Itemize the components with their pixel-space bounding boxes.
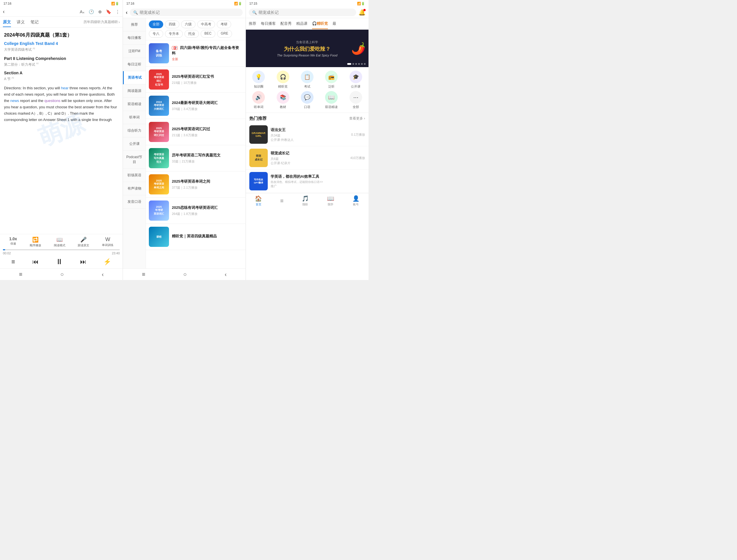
bookmark-icon[interactable]: 🔖 (106, 9, 111, 14)
sidebar-item-audiobook[interactable]: 有声读物 (123, 182, 146, 195)
list-item-5[interactable]: 2025考研英语单词之间 2025考研英语单词之间 377篇｜2.1万播放 (146, 171, 246, 198)
search-input-2[interactable] (140, 10, 239, 15)
filter-all[interactable]: 全部 (149, 20, 163, 28)
filter-toeic[interactable]: 托业 (185, 30, 199, 38)
back-nav-icon-2[interactable]: ‹ (225, 271, 227, 278)
sidebar-item-reading[interactable]: 阅读题源 (123, 84, 146, 98)
circle-nav-icon-2[interactable]: ○ (183, 271, 187, 278)
list-item-4[interactable]: 考研英语写作真题范文 历年考研英语二写作真题范文 33篇｜21万播放 (146, 145, 246, 171)
sidebar-item-pronunciation[interactable]: 发音口语 (123, 195, 146, 209)
filter-transfer[interactable]: 专升本 (165, 30, 183, 38)
icon-item-textbook[interactable]: 📚 教材 (272, 91, 294, 109)
progress-times: 00:02 23:40 (3, 251, 120, 255)
icon-item-exam[interactable]: 📋 考试 (296, 71, 318, 89)
filter-gre[interactable]: GRE (217, 30, 232, 38)
list-item-7[interactable]: 课程 精听党｜英语四级真题精品 (146, 224, 246, 250)
breadcrumb-link[interactable]: 历年四级听力真题精听 › (84, 20, 120, 24)
tab-home-podcast[interactable]: 每日播客 (261, 19, 276, 29)
back-nav-icon-1[interactable]: ‹ (102, 271, 104, 278)
study-label: 我学 (328, 203, 334, 207)
list-item-0[interactable]: 备考训练 🎯 四六级/考研/雅托/专四八超全备考资料 全新 (146, 40, 246, 67)
banner-title: 为什么我们爱吃辣？ (277, 46, 338, 52)
tab-home-course[interactable]: 精品课 (296, 19, 308, 29)
tab-home-more[interactable]: 最 (333, 19, 336, 29)
hot-info-1: 萌宠成长记 共6篇 公开课·纪录片 (271, 151, 348, 165)
speed-button[interactable]: 1.0x 倍速 (9, 237, 17, 247)
bottom-nav-study[interactable]: 📖 我学 (327, 195, 334, 207)
tab-biji[interactable]: 笔记 (31, 17, 39, 27)
list-item-3[interactable]: 2025考研英语词汇闪过 2025考研英语词汇闪过 211篇｜3.6万播放 (146, 119, 246, 145)
filter-8[interactable]: 专八 (149, 30, 163, 38)
search-bar-2[interactable]: 🔍 (130, 9, 243, 16)
hot-item-0[interactable]: GRAMMARGIRL 语法女王 共34篇 公开课·外教达人 0.1万播放 (246, 123, 368, 146)
back-button-2[interactable]: ‹ (126, 10, 128, 16)
bottom-nav-menu[interactable]: ≡ (280, 198, 284, 204)
filter-research[interactable]: 考研 (217, 20, 231, 28)
more-icon[interactable]: ⋮ (115, 9, 120, 14)
icon-item-knowledge[interactable]: 💡 知识圈 (248, 71, 270, 89)
search-bar-3[interactable]: 🔍 (249, 9, 356, 16)
home-nav-icon-2[interactable]: ≡ (142, 271, 145, 278)
sidebar-item-meiriboke[interactable]: 每日播客 (123, 31, 146, 45)
hot-item-1[interactable]: 萌宠成长记 萌宠成长记 共6篇 公开课·纪录片 410万播放 (246, 146, 368, 170)
sidebar-item-workplace[interactable]: 职场英语 (123, 169, 146, 182)
back-button-1[interactable]: ‹ (3, 9, 5, 15)
icon-item-bilingual[interactable]: 📖 双语精读 (321, 91, 342, 109)
playlist-button[interactable]: ≡ (12, 258, 15, 266)
bottom-nav-home[interactable]: 🏠 首页 (255, 195, 262, 207)
icon-item-opencourse[interactable]: 🎓 公开课 (345, 71, 367, 89)
sidebar-item-fanfm[interactable]: 泛听FM (123, 45, 146, 58)
home-banner[interactable]: 当食语遇上科学 为什么我们爱吃辣？ The Surprising Reason … (246, 30, 368, 67)
add-icon[interactable]: ⊕ (98, 9, 102, 14)
bottom-nav-listen[interactable]: 🎵 我听 (302, 195, 309, 207)
tab-yuanwen[interactable]: 原文 (3, 17, 11, 27)
sidebar-item-opencourse[interactable]: 公开课 (123, 137, 146, 151)
list-item-6[interactable]: 2025年考研英语词汇 2025恋练有词考研英语词汇 264篇｜1.8万播放 (146, 198, 246, 224)
prev-button[interactable]: ⏮ (32, 258, 39, 266)
notification-bell[interactable]: 🔔 (359, 9, 366, 16)
tab-home-tuijian[interactable]: 推荐 (249, 19, 256, 29)
icon-item-all[interactable]: ⋯ 全部 (345, 91, 367, 109)
filter-4[interactable]: 四级 (165, 20, 179, 28)
home-nav-icon-1[interactable]: ≡ (19, 271, 22, 278)
word-train-button[interactable]: W 单词训练 (102, 237, 113, 247)
play-button[interactable]: ⏸ (56, 257, 63, 266)
tab-home-jingting[interactable]: 🎧精听党 (312, 19, 328, 29)
filter-mid[interactable]: 中高考 (197, 20, 215, 28)
next-button[interactable]: ⏭ (80, 258, 86, 266)
sidebar-item-words[interactable]: 听单词 (123, 111, 146, 124)
item-meta-1: 219篇｜10万播放 (172, 81, 243, 85)
follow-read-button[interactable]: 🎤 跟读原文 (78, 237, 89, 247)
loop-button[interactable]: 🔁 顺序播放 (30, 237, 41, 247)
circle-nav-icon-1[interactable]: ○ (60, 271, 64, 278)
search-input-3[interactable] (259, 10, 353, 15)
hot-item-2[interactable]: 写作批改GPT翻译 学英语，都在用的AI效率工具 批改润色、模拟考试，还能陪你练… (246, 170, 368, 193)
sidebar-item-tuijian[interactable]: 推荐 (123, 18, 146, 31)
hot-episodes-1: 共6篇 (271, 157, 348, 161)
sidebar-item-comprehensive[interactable]: 综合听力 (123, 124, 146, 137)
tab-home-dubbing[interactable]: 配音秀 (281, 19, 292, 29)
icon-item-jingting[interactable]: 🎧 精听党 (272, 71, 294, 89)
reader-tabs: 原文 讲义 笔记 历年四级听力真题精听 › (0, 17, 123, 28)
sidebar-item-english-exam[interactable]: 英语考试 (123, 71, 146, 84)
tab-jiangyi[interactable]: 讲义 (17, 17, 25, 27)
list-item-1[interactable]: 2025考研英语词汇红宝书 2025考研英语词汇红宝书 219篇｜10万播放 (146, 67, 246, 93)
shuffle-button[interactable]: ⚡ (103, 258, 111, 266)
history-icon[interactable]: 🕐 (89, 9, 94, 14)
sidebar-item-podcast[interactable]: Podcast节目 (123, 151, 146, 169)
sidebar-item-bilingual[interactable]: 双语精读 (123, 98, 146, 111)
filter-bec[interactable]: BEC (201, 30, 215, 38)
icon-item-listenword[interactable]: 🔊 听单词 (248, 91, 270, 109)
translate-icon[interactable]: Aₓ (80, 9, 85, 14)
hot-plays-1: 410万播放 (351, 156, 365, 160)
bottom-nav-account[interactable]: 👤 账号 (353, 195, 360, 207)
sidebar-item-meiritin[interactable]: 每日泛听 (123, 58, 146, 71)
hot-more-link[interactable]: 查看更多 › (349, 116, 365, 121)
item-title-0: 🎯 四六级/考研/雅托/专四八超全备考资料 (172, 45, 243, 56)
filter-6[interactable]: 六级 (181, 20, 196, 28)
progress-bar[interactable] (3, 249, 120, 250)
list-item-2[interactable]: 2024考研英语大纲词汇 2024最新考研英语大纲词汇 378篇｜3.4万播放 (146, 93, 246, 119)
icon-item-speaking[interactable]: 💬 口语 (296, 91, 318, 109)
read-mode-button[interactable]: 📖 阅读模式 (54, 237, 65, 247)
icon-item-fantin[interactable]: 📻 泛听 (321, 71, 342, 89)
